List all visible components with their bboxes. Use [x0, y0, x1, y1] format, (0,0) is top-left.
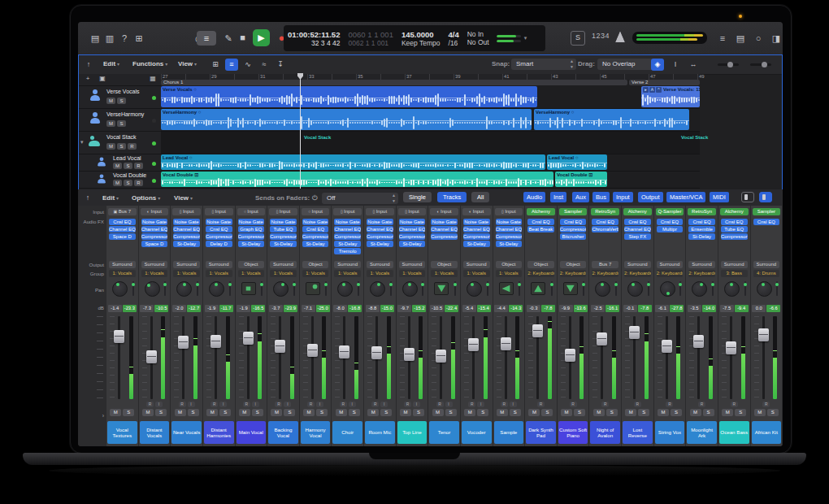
- library-icon[interactable]: ▤: [88, 31, 102, 46]
- input-monitor-button[interactable]: I: [477, 402, 484, 407]
- fx-plugin-channel-eq[interactable]: Channel EQ: [431, 226, 458, 232]
- fx-plugin-compressor[interactable]: Compressor: [721, 233, 748, 240]
- track-s-button[interactable]: S: [117, 98, 126, 104]
- fit-horizontal-icon[interactable]: ↔: [687, 59, 700, 71]
- mute-button[interactable]: M: [175, 409, 186, 416]
- view-tracks-button[interactable]: Tracks: [437, 192, 467, 202]
- fader-cap[interactable]: [404, 348, 414, 361]
- track-r-button[interactable]: R: [134, 163, 143, 169]
- record-enable-button[interactable]: R: [698, 402, 705, 407]
- record-enable-button[interactable]: R: [501, 402, 508, 407]
- channel-group-slot[interactable]: 2: Keyboards: [688, 270, 715, 277]
- horizontal-zoom-slider[interactable]: [750, 63, 771, 66]
- fx-plugin-compressor[interactable]: Compressor: [496, 233, 523, 240]
- channel-name-plate[interactable]: Custom Soft Piano: [558, 421, 588, 444]
- channel-name-plate[interactable]: Night of Avalon: [590, 421, 620, 444]
- master-solo-button[interactable]: S: [571, 31, 585, 46]
- pan-knob[interactable]: [209, 281, 224, 297]
- back-button[interactable]: ↑: [82, 59, 95, 71]
- channel-strip-backing-vocal[interactable]: ▯ InputNoise GateTube EQCompressorSt-Del…: [267, 206, 300, 446]
- filter-mastervca-button[interactable]: Master/VCA: [666, 192, 705, 202]
- fx-plugin-compressor[interactable]: Compressor: [238, 233, 265, 240]
- pan-mini-slider[interactable]: [197, 281, 198, 296]
- record-enable-button[interactable]: R: [243, 402, 250, 407]
- channel-group-slot[interactable]: 1: Vocals: [367, 270, 393, 277]
- record-enable-button[interactable]: R: [601, 402, 609, 407]
- fader-cap[interactable]: [726, 341, 736, 354]
- solo-button[interactable]: S: [671, 409, 682, 416]
- fader-cap[interactable]: [693, 335, 704, 348]
- filter-input-button[interactable]: Input: [613, 192, 633, 202]
- solo-button[interactable]: S: [349, 409, 360, 416]
- pan-mini-slider[interactable]: [164, 281, 166, 296]
- pan-mini-slider[interactable]: [551, 281, 553, 296]
- record-enable-button[interactable]: R: [762, 402, 770, 407]
- arrange-lane-3[interactable]: Lead Vocal ○Lead Vocal ○: [161, 154, 700, 172]
- fader-cap[interactable]: [339, 345, 349, 358]
- fx-plugin-compressor[interactable]: Compressor: [141, 233, 168, 240]
- channel-group-slot[interactable]: 3: Bass: [721, 270, 748, 277]
- mixer-icon[interactable]: ≡: [197, 31, 216, 46]
- pan-knob[interactable]: [273, 281, 289, 297]
- channel-group-slot[interactable]: 1: Vocals: [463, 270, 490, 277]
- pan-mini-slider[interactable]: [519, 281, 520, 296]
- channel-name-plate[interactable]: African Kit: [752, 421, 782, 444]
- channel-output-slot[interactable]: Object: [238, 261, 265, 268]
- pan-knob[interactable]: [660, 281, 675, 297]
- mixer-menu-edit[interactable]: Edit▾: [102, 194, 119, 202]
- channel-group-slot[interactable]: 1: Vocals: [238, 270, 265, 277]
- pan-mini-slider[interactable]: [648, 281, 649, 296]
- pan-mini-slider[interactable]: [583, 281, 584, 296]
- mute-button[interactable]: M: [336, 409, 347, 416]
- solo-button[interactable]: S: [188, 409, 199, 416]
- power-icon[interactable]: ⏻: [312, 194, 317, 202]
- pan-knob[interactable]: [724, 281, 740, 297]
- pan-knob[interactable]: [370, 281, 385, 297]
- fx-plugin-noise-gate[interactable]: Noise Gate: [463, 219, 490, 225]
- record-enable-button[interactable]: R: [404, 402, 411, 407]
- fx-plugin-compressor[interactable]: Compressor: [367, 233, 393, 240]
- stack-chevron-icon[interactable]: ▾: [80, 139, 84, 146]
- pan-knob[interactable]: [595, 281, 610, 297]
- track-header-verse-vocals[interactable]: Verse VocalsMS: [79, 86, 161, 109]
- fx-plugin-channel-eq[interactable]: Channel EQ: [334, 226, 361, 232]
- channel-group-slot[interactable]: 1: Vocals: [109, 270, 136, 277]
- marker-chorus-1[interactable]: Chorus 1: [161, 80, 627, 85]
- pan-knob[interactable]: [757, 281, 772, 297]
- channel-strip-night-of-avalon[interactable]: RetroSynCnsl EQChromaVerbBus 72: Keyboar…: [589, 206, 622, 446]
- list-view-icon[interactable]: ≡: [225, 59, 238, 71]
- channel-name-plate[interactable]: Top Line: [397, 421, 428, 444]
- fx-plugin-channel-eq[interactable]: Channel EQ: [624, 226, 651, 232]
- mute-button[interactable]: M: [593, 409, 605, 416]
- fx-plugin-compressor[interactable]: Compressor: [334, 233, 361, 240]
- channel-input-slot[interactable]: ▯ Input: [333, 208, 362, 215]
- record-enable-button[interactable]: R: [570, 402, 577, 407]
- channel-strip-tenor[interactable]: ◐ InputNoise GateChannel EQCompressorObj…: [428, 206, 461, 446]
- add-track-button[interactable]: +: [82, 75, 93, 82]
- fx-plugin-st-delay[interactable]: St-Delay: [463, 241, 490, 247]
- pan-mini-slider[interactable]: [261, 281, 263, 296]
- channel-output-slot[interactable]: Bus 7: [592, 261, 618, 268]
- channel-input-slot[interactable]: ▣ Bus 7: [108, 208, 137, 215]
- fx-plugin-tube-eq[interactable]: Tube EQ: [721, 226, 748, 232]
- input-monitor-button[interactable]: I: [445, 402, 453, 407]
- record-enable-button[interactable]: R: [468, 402, 475, 407]
- object-pan-pad[interactable]: [531, 282, 545, 295]
- channel-name-plate[interactable]: Moonlight Ark: [687, 421, 717, 444]
- region-verse-vocals[interactable]: Verse Vocals ○: [161, 86, 537, 107]
- record-enable-button[interactable]: R: [275, 402, 282, 407]
- mute-button[interactable]: M: [271, 409, 282, 416]
- fx-plugin-channel-eq[interactable]: Channel EQ: [141, 226, 168, 232]
- channel-name-plate[interactable]: Harmony Vocal: [301, 421, 331, 444]
- channel-name-plate[interactable]: Vocoder: [462, 421, 492, 444]
- channel-strip-harmony-vocal[interactable]: ○ InputNoise GateCnsl EQCompressorSt-Del…: [300, 206, 332, 446]
- object-pan-pad[interactable]: [434, 282, 449, 295]
- channel-strip-vocoder[interactable]: ◐ InputNoise GateChannel EQCompressorSt-…: [461, 206, 493, 446]
- menu-view[interactable]: View▾: [178, 60, 197, 67]
- fx-plugin-st-delay[interactable]: St-Delay: [270, 241, 297, 247]
- mute-button[interactable]: M: [239, 409, 250, 416]
- record-enable-button[interactable]: R: [537, 402, 545, 407]
- fx-plugin-cnsl-eq[interactable]: Cnsl EQ: [206, 226, 232, 232]
- fx-plugin-step-fx[interactable]: Step FX: [624, 233, 651, 240]
- track-m-button[interactable]: M: [106, 98, 115, 104]
